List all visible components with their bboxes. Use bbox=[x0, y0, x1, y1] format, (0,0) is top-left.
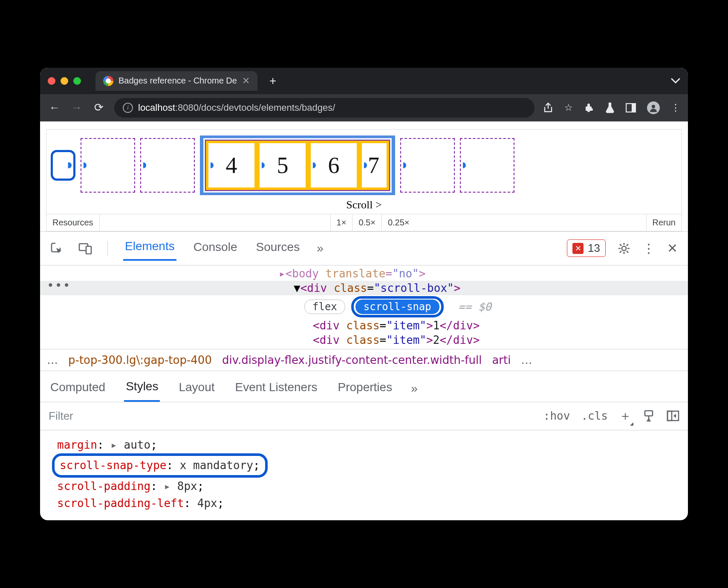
close-tab-icon[interactable]: ✕ bbox=[242, 75, 250, 86]
css-declaration[interactable]: scroll-padding-left: 4px; bbox=[57, 495, 688, 512]
css-declaration[interactable]: scroll-snap-type: x mandatory; bbox=[60, 459, 260, 472]
breadcrumb-seg[interactable]: arti bbox=[492, 354, 511, 366]
window-controls bbox=[48, 77, 81, 85]
zoom-option[interactable]: 0.5× bbox=[352, 214, 381, 231]
dom-node-selected[interactable]: ▼<div class="scroll-box"> bbox=[40, 281, 688, 295]
error-count-badge[interactable]: ✕ 13 bbox=[567, 239, 606, 257]
tab-elements[interactable]: Elements bbox=[123, 236, 176, 261]
breadcrumb-seg[interactable]: p-top-300.lg\:gap-top-400 bbox=[68, 354, 212, 366]
scroll-box[interactable]: 4 5 6 7 bbox=[51, 135, 677, 195]
selected-marker: == $0 bbox=[458, 300, 491, 313]
styles-tabbar: Computed Styles Layout Event Listeners P… bbox=[40, 371, 688, 402]
snap-point-icon bbox=[208, 162, 214, 168]
scroll-caption: Scroll > bbox=[51, 199, 677, 211]
new-tab-button[interactable]: + bbox=[263, 74, 282, 88]
filter-input[interactable]: Filter bbox=[49, 409, 532, 423]
inspect-icon[interactable] bbox=[50, 242, 63, 255]
browser-tab[interactable]: Badges reference - Chrome De ✕ bbox=[95, 71, 257, 91]
maximize-window-icon[interactable] bbox=[73, 77, 81, 85]
tab-properties[interactable]: Properties bbox=[336, 376, 394, 401]
resources-button[interactable]: Resources bbox=[46, 214, 100, 231]
tab-computed[interactable]: Computed bbox=[49, 376, 107, 401]
settings-icon[interactable] bbox=[618, 242, 630, 255]
paint-icon[interactable] bbox=[643, 409, 656, 422]
devtools-panel: Elements Console Sources » ✕ 13 ⋮ ✕ ••• … bbox=[40, 231, 688, 520]
snap-point-icon bbox=[259, 162, 265, 168]
profile-avatar[interactable] bbox=[647, 101, 660, 114]
scroll-item: 7 bbox=[359, 141, 389, 190]
page-content: 4 5 6 7 Scroll > Resources 1× 0.5× 0.25×… bbox=[40, 121, 688, 231]
more-tabs-icon[interactable]: » bbox=[317, 242, 324, 255]
dom-node[interactable]: <div class="item">1</div> bbox=[40, 318, 688, 333]
dom-node[interactable]: ▸<body translate="no"> bbox=[40, 266, 688, 281]
address-bar[interactable]: i localhost:8080/docs/devtools/elements/… bbox=[114, 98, 534, 118]
site-info-icon[interactable]: i bbox=[123, 103, 133, 113]
bookmark-icon[interactable]: ☆ bbox=[564, 102, 573, 113]
close-window-icon[interactable] bbox=[48, 77, 55, 85]
zoom-option[interactable]: 0.25× bbox=[381, 214, 416, 231]
dom-node[interactable]: <div class="item">2</div> bbox=[40, 333, 688, 347]
dom-tree[interactable]: ••• ▸<body translate="no"> ▼<div class="… bbox=[40, 265, 688, 349]
share-icon[interactable] bbox=[543, 102, 553, 113]
reload-button[interactable]: ⟳ bbox=[92, 101, 106, 114]
tab-event-listeners[interactable]: Event Listeners bbox=[234, 376, 319, 401]
browser-toolbar: ← → ⟳ i localhost:8080/docs/devtools/ele… bbox=[40, 94, 688, 121]
minimize-window-icon[interactable] bbox=[61, 77, 68, 85]
tab-overflow-icon[interactable] bbox=[671, 78, 680, 84]
offscreen-item bbox=[140, 138, 195, 193]
scroll-snap-badge[interactable]: scroll-snap bbox=[355, 300, 439, 314]
new-rule-icon[interactable]: ＋ bbox=[619, 407, 632, 425]
tab-strip: Badges reference - Chrome De ✕ + bbox=[40, 68, 688, 94]
scroll-item: 5 bbox=[257, 141, 308, 190]
more-styles-tabs-icon[interactable]: » bbox=[411, 382, 418, 395]
svg-rect-9 bbox=[667, 411, 672, 421]
styles-filter-bar: Filter :hov .cls ＋ bbox=[40, 402, 688, 430]
tab-styles[interactable]: Styles bbox=[124, 375, 160, 402]
close-devtools-icon[interactable]: ✕ bbox=[667, 241, 678, 256]
devtools-tabbar: Elements Console Sources » ✕ 13 ⋮ ✕ bbox=[40, 232, 688, 265]
item-label: 7 bbox=[368, 152, 379, 179]
breadcrumb-overflow-right[interactable]: … bbox=[521, 354, 532, 366]
snap-marker bbox=[51, 150, 75, 181]
css-declaration[interactable]: scroll-padding: ▸ 8px; bbox=[57, 478, 688, 495]
viewport-inner: 4 5 6 7 bbox=[205, 140, 390, 191]
toolbar-actions: ☆ ⋮ bbox=[543, 101, 680, 114]
tab-layout[interactable]: Layout bbox=[177, 376, 216, 401]
labs-icon[interactable] bbox=[605, 102, 615, 113]
extensions-icon[interactable] bbox=[584, 103, 594, 113]
tab-sources[interactable]: Sources bbox=[254, 237, 301, 260]
css-rules[interactable]: margin: ▸ auto; scroll-snap-type: x mand… bbox=[40, 430, 688, 520]
zoom-option[interactable]: 1× bbox=[330, 214, 352, 231]
snap-point-icon bbox=[460, 162, 466, 168]
device-toggle-icon[interactable] bbox=[78, 242, 92, 254]
chrome-favicon-icon bbox=[103, 76, 113, 86]
svg-rect-7 bbox=[645, 411, 653, 416]
scroll-snap-callout: scroll-snap bbox=[351, 296, 444, 317]
dom-breadcrumb[interactable]: … p-top-300.lg\:gap-top-400 div.display-… bbox=[40, 349, 688, 371]
svg-point-6 bbox=[622, 246, 626, 251]
back-button[interactable]: ← bbox=[48, 101, 61, 114]
offscreen-item bbox=[400, 138, 455, 193]
toggle-sidebar-icon[interactable] bbox=[667, 410, 679, 421]
cls-toggle[interactable]: .cls bbox=[581, 409, 608, 422]
snap-point-icon bbox=[361, 162, 367, 168]
devtools-menu-icon[interactable]: ⋮ bbox=[642, 241, 655, 256]
tab-console[interactable]: Console bbox=[192, 237, 239, 260]
snap-point-icon bbox=[400, 162, 406, 168]
viewport-overlay: 4 5 6 7 bbox=[200, 135, 395, 195]
item-label: 4 bbox=[226, 152, 237, 179]
scroll-item: 4 bbox=[206, 141, 257, 190]
rerun-button[interactable]: Rerun bbox=[646, 214, 682, 231]
hov-toggle[interactable]: :hov bbox=[543, 409, 570, 422]
css-declaration[interactable]: margin: ▸ auto; bbox=[57, 436, 688, 453]
browser-menu-icon[interactable]: ⋮ bbox=[671, 102, 680, 113]
offscreen-item bbox=[460, 138, 514, 193]
flex-badge[interactable]: flex bbox=[304, 300, 345, 314]
forward-button: → bbox=[70, 101, 84, 114]
side-panel-icon[interactable] bbox=[626, 103, 636, 112]
error-count: 13 bbox=[588, 242, 600, 255]
item-label: 5 bbox=[277, 152, 289, 179]
breadcrumb-seg[interactable]: div.display-flex.justify-content-center.… bbox=[222, 354, 482, 366]
breadcrumb-overflow-left[interactable]: … bbox=[47, 354, 58, 366]
offscreen-item bbox=[81, 138, 135, 193]
